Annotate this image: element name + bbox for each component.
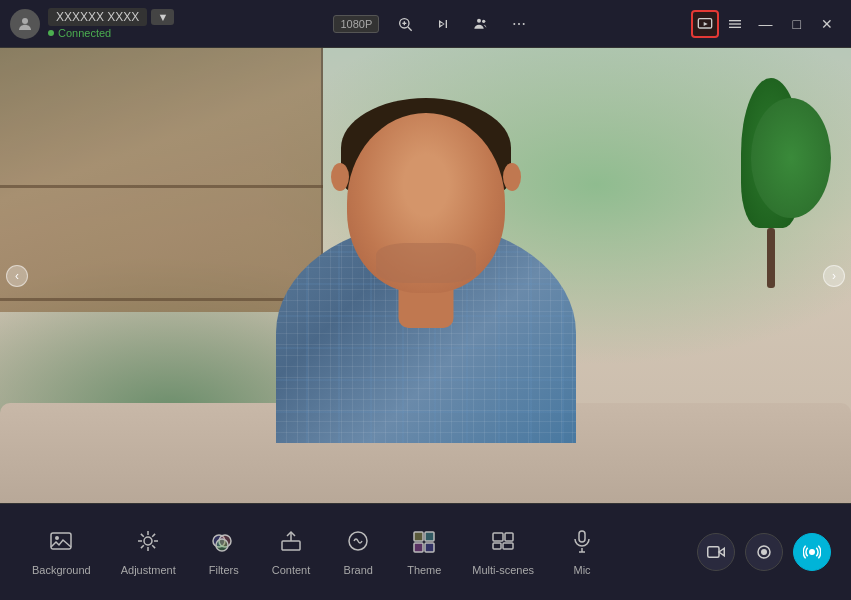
svg-line-23 [152, 545, 155, 548]
svg-point-9 [523, 23, 525, 25]
tool-multi-scenes[interactable]: Multi-scenes [460, 521, 546, 584]
svg-line-24 [152, 533, 155, 536]
svg-marker-11 [703, 22, 707, 26]
right-ear [503, 163, 521, 191]
svg-point-16 [55, 536, 59, 540]
left-nav-arrow[interactable]: ‹ [6, 265, 28, 287]
video-area: ‹ › [0, 48, 851, 503]
brand-icon [346, 529, 370, 559]
avatar [10, 9, 40, 39]
titlebar-right: — □ ✕ [691, 10, 841, 38]
svg-rect-42 [708, 547, 719, 558]
plant [711, 78, 831, 278]
tool-theme[interactable]: Theme [394, 521, 454, 584]
camera-button[interactable] [697, 533, 735, 571]
shelf-line-1 [0, 185, 323, 188]
svg-rect-29 [282, 541, 300, 550]
svg-point-17 [144, 537, 152, 545]
svg-point-8 [518, 23, 520, 25]
svg-line-22 [141, 533, 144, 536]
tool-items: Background Adjustment [20, 521, 612, 584]
maximize-button[interactable]: □ [785, 12, 809, 36]
adjustment-label: Adjustment [121, 564, 176, 576]
connected-label: Connected [58, 27, 111, 39]
filters-label: Filters [209, 564, 239, 576]
mic-icon [570, 529, 594, 559]
user-info: XXXXXX XXXX ▼ Connected [48, 8, 174, 39]
play-button[interactable] [691, 10, 719, 38]
people-button[interactable] [469, 12, 493, 36]
svg-rect-36 [505, 533, 513, 541]
content-label: Content [272, 564, 311, 576]
menu-button[interactable] [723, 12, 747, 36]
connection-status: Connected [48, 27, 174, 39]
bottom-toolbar: Background Adjustment [0, 503, 851, 600]
zoom-button[interactable] [393, 12, 417, 36]
username-dropdown[interactable]: ▼ [151, 9, 174, 25]
svg-rect-38 [503, 543, 513, 549]
background-label: Background [32, 564, 91, 576]
titlebar: XXXXXX XXXX ▼ Connected 1080P [0, 0, 851, 48]
skip-button[interactable] [431, 12, 455, 36]
theme-label: Theme [407, 564, 441, 576]
tool-brand[interactable]: Brand [328, 521, 388, 584]
svg-point-28 [216, 539, 228, 551]
more-button[interactable] [507, 12, 531, 36]
svg-point-44 [761, 549, 767, 555]
svg-point-45 [810, 550, 815, 555]
svg-rect-37 [493, 543, 501, 549]
adjustment-icon [136, 529, 160, 559]
brand-label: Brand [344, 564, 373, 576]
svg-rect-34 [425, 543, 434, 552]
content-icon [279, 529, 303, 559]
mic-label: Mic [573, 564, 590, 576]
svg-rect-35 [493, 533, 503, 541]
titlebar-center: 1080P [333, 12, 531, 36]
username-label: XXXXXX XXXX [48, 8, 147, 26]
close-button[interactable]: ✕ [813, 12, 841, 36]
resolution-badge: 1080P [333, 15, 379, 33]
svg-point-0 [22, 18, 28, 24]
right-controls [697, 533, 831, 571]
background-icon [49, 529, 73, 559]
svg-rect-33 [414, 543, 423, 552]
svg-line-2 [408, 27, 412, 31]
multi-scenes-icon [491, 529, 515, 559]
right-nav-arrow[interactable]: › [823, 265, 845, 287]
svg-rect-15 [51, 533, 71, 549]
tool-adjustment[interactable]: Adjustment [109, 521, 188, 584]
theme-icon [412, 529, 436, 559]
titlebar-left: XXXXXX XXXX ▼ Connected [10, 8, 174, 39]
svg-rect-32 [425, 532, 434, 541]
tool-filters[interactable]: Filters [194, 521, 254, 584]
minimize-button[interactable]: — [751, 12, 781, 36]
person-chin [376, 243, 476, 283]
svg-rect-31 [414, 532, 423, 541]
tool-content[interactable]: Content [260, 521, 323, 584]
record-button[interactable] [745, 533, 783, 571]
left-ear [331, 163, 349, 191]
svg-point-6 [482, 19, 485, 22]
svg-line-25 [141, 545, 144, 548]
svg-point-7 [514, 23, 516, 25]
svg-point-5 [477, 18, 481, 22]
broadcast-button[interactable] [793, 533, 831, 571]
filters-icon [212, 529, 236, 559]
tool-background[interactable]: Background [20, 521, 103, 584]
tool-mic[interactable]: Mic [552, 521, 612, 584]
svg-rect-39 [579, 531, 585, 542]
video-content: ‹ › [0, 48, 851, 503]
multi-scenes-label: Multi-scenes [472, 564, 534, 576]
connected-dot [48, 30, 54, 36]
